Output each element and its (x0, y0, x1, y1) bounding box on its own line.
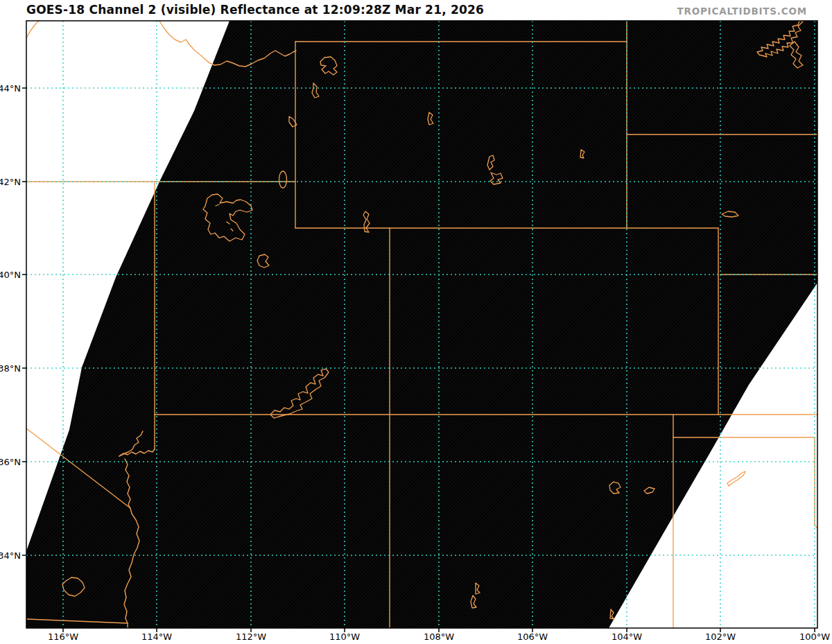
x-tick-label-114w: 114°W (141, 632, 172, 642)
y-tick-label-36n: 36°N (0, 457, 21, 467)
y-axis-ticks (22, 88, 26, 555)
satellite-map-canvas (0, 0, 832, 644)
y-tick-label-42n: 42°N (0, 177, 21, 187)
y-tick-label-34n: 34°N (0, 550, 21, 561)
satellite-image-page: GOES-18 Channel 2 (visible) Reflectance … (0, 0, 832, 644)
x-tick-label-112w: 112°W (236, 632, 266, 642)
y-tick-label-44n: 44°N (0, 83, 21, 94)
x-tick-label-116w: 116°W (48, 632, 78, 642)
x-tick-label-110w: 110°W (329, 632, 360, 642)
y-tick-label-40n: 40°N (0, 270, 21, 280)
x-tick-label-108w: 108°W (424, 632, 454, 642)
y-tick-label-38n: 38°N (0, 363, 21, 374)
x-tick-label-104w: 104°W (612, 632, 642, 642)
x-tick-label-106w: 106°W (517, 632, 548, 642)
x-tick-label-100w: 100°W (799, 632, 830, 642)
x-tick-label-102w: 102°W (705, 632, 736, 642)
